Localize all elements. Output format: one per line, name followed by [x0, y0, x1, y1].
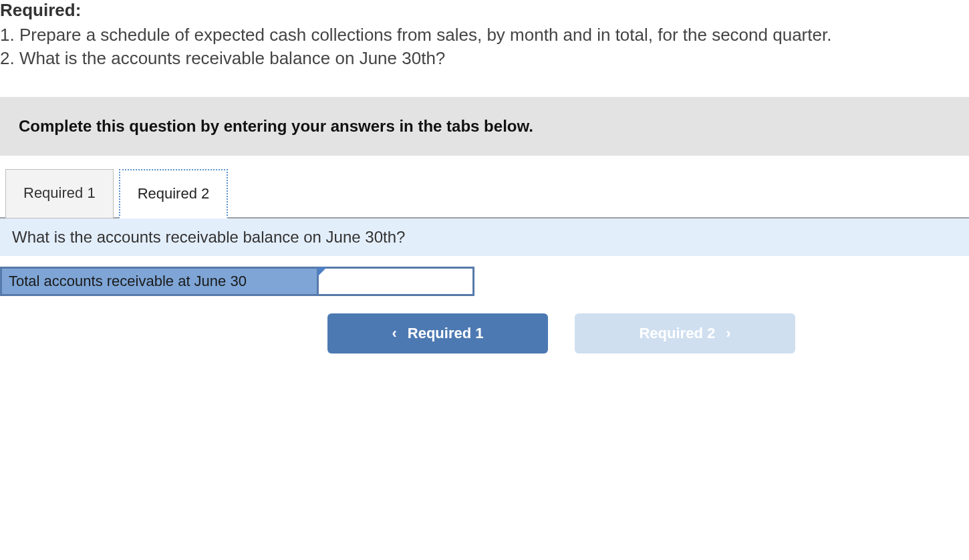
answer-row: Total accounts receivable at June 30 [0, 267, 474, 296]
question-prompt: What is the accounts receivable balance … [0, 219, 969, 256]
chevron-left-icon: ‹ [392, 325, 396, 342]
nav-prev-label: Required 1 [408, 325, 484, 342]
requirement-1: 1. Prepare a schedule of expected cash c… [0, 23, 969, 47]
tabs: Required 1 Required 2 [0, 168, 969, 217]
requirement-2: 2. What is the accounts receivable balan… [0, 47, 969, 70]
tab-required-2[interactable]: Required 2 [119, 169, 229, 219]
nav-row: ‹ Required 1 Required 2 › [327, 313, 969, 354]
tab-required-1[interactable]: Required 1 [5, 169, 114, 219]
answer-input[interactable] [319, 269, 472, 294]
chevron-right-icon: › [726, 325, 730, 342]
answer-input-wrap [319, 269, 472, 294]
nav-prev-button[interactable]: ‹ Required 1 [327, 313, 548, 354]
question-header: Required: 1. Prepare a schedule of expec… [0, 0, 969, 84]
answer-label: Total accounts receivable at June 30 [2, 269, 319, 294]
tabs-container: Required 1 Required 2 [0, 168, 969, 219]
editable-cell-indicator-icon [317, 267, 327, 277]
nav-next-label: Required 2 [639, 325, 715, 342]
nav-next-button: Required 2 › [575, 313, 795, 354]
instruction-text: Complete this question by entering your … [19, 117, 950, 136]
required-title: Required: [0, 0, 969, 21]
instruction-bar: Complete this question by entering your … [0, 97, 969, 156]
